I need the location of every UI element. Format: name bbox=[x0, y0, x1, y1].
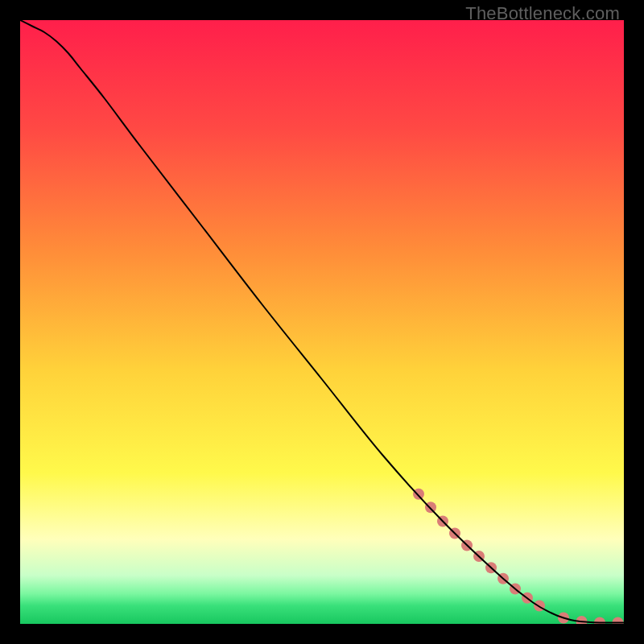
data-marker bbox=[413, 489, 424, 500]
chart-svg bbox=[20, 20, 624, 624]
chart-frame: TheBottleneck.com bbox=[0, 0, 644, 644]
gradient-background bbox=[20, 20, 624, 624]
watermark-text: TheBottleneck.com bbox=[465, 3, 620, 24]
plot-area bbox=[20, 20, 624, 624]
